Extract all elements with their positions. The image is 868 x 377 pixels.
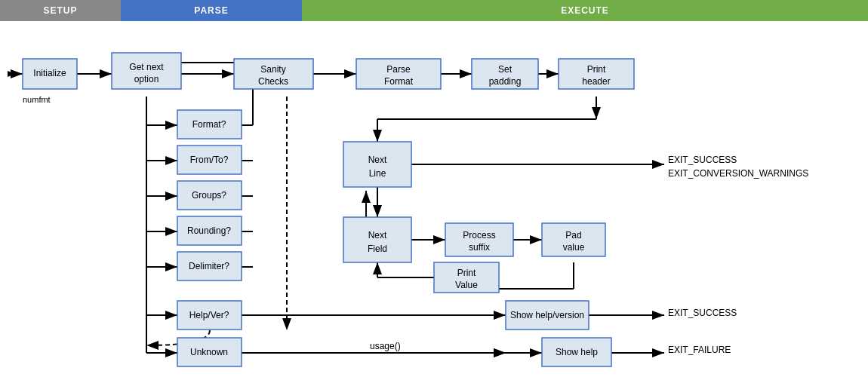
- print-value-label2: Value: [455, 280, 478, 290]
- print-header-label1: Print: [587, 64, 606, 75]
- get-next-option-label2: option: [134, 74, 159, 84]
- initialize-label: Initialize: [33, 68, 66, 78]
- groups-label: Groups?: [192, 190, 226, 201]
- set-padding-label2: padding: [489, 76, 522, 87]
- print-header-label2: header: [582, 76, 610, 87]
- process-suffix-label2: suffix: [469, 242, 490, 253]
- rounding-label: Rounding?: [187, 225, 231, 236]
- parse-format-label2: Format: [384, 76, 414, 87]
- next-field-label2: Field: [368, 244, 387, 254]
- phase-setup: SETUP: [0, 0, 121, 21]
- format-label: Format?: [192, 119, 226, 130]
- next-line-label1: Next: [368, 155, 387, 165]
- delimiter-label: Delimiter?: [189, 261, 229, 271]
- help-ver-label: Help/Ver?: [189, 310, 229, 320]
- show-help-label: Show help: [556, 347, 598, 357]
- numfmt-label: numfmt: [23, 95, 51, 104]
- parse-format-label1: Parse: [386, 64, 411, 75]
- set-padding-label1: Set: [498, 64, 512, 75]
- pad-value-label1: Pad: [565, 230, 581, 241]
- process-suffix-label1: Process: [463, 230, 495, 241]
- usage-label: usage(): [370, 341, 401, 351]
- exit-success-2-label: EXIT_SUCCESS: [668, 308, 737, 318]
- show-help-version-label: Show help/version: [510, 310, 584, 320]
- next-line-label2: Line: [369, 168, 386, 179]
- exit-conversion-warnings-label: EXIT_CONVERSION_WARNINGS: [668, 168, 808, 179]
- from-to-label: From/To?: [190, 155, 229, 165]
- next-field-label1: Next: [368, 230, 387, 241]
- sanity-checks-label2: Checks: [258, 76, 288, 87]
- exit-success-1-label: EXIT_SUCCESS: [668, 155, 737, 165]
- sanity-checks-label1: Sanity: [260, 64, 285, 75]
- phase-parse: PARSE: [121, 0, 302, 21]
- entry-arrow: [8, 71, 15, 77]
- phase-bar: SETUP PARSE EXECUTE: [0, 0, 868, 21]
- pad-value-label2: value: [563, 242, 585, 253]
- unknown-label: Unknown: [190, 347, 228, 357]
- diagram: Initialize numfmt Get next option Sanity…: [0, 21, 868, 377]
- phase-execute: EXECUTE: [302, 0, 868, 21]
- get-next-option-label1: Get next: [129, 62, 164, 72]
- print-value-label1: Print: [457, 268, 476, 278]
- exit-failure-label: EXIT_FAILURE: [668, 345, 731, 355]
